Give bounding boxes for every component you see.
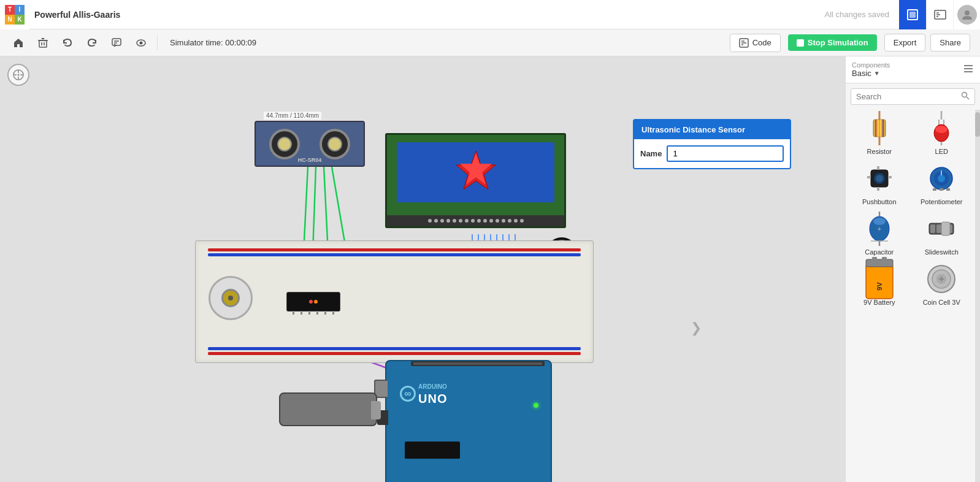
sensor-panel-body: Name bbox=[634, 139, 790, 168]
sensor-dimensions: 44.7mm / 110.4mm bbox=[264, 112, 321, 120]
ic-chip bbox=[286, 292, 340, 312]
arduino-ic bbox=[405, 442, 460, 459]
component-potentiometer[interactable]: Potentiometer bbox=[914, 163, 969, 205]
arduino-board[interactable]: ∞ ARDUINO UNO bbox=[385, 360, 552, 482]
arduino-led bbox=[534, 403, 538, 408]
potentiometer-label: Potentiometer bbox=[921, 198, 962, 205]
components-row-2: Pushbutton bbox=[848, 163, 973, 205]
svg-point-16 bbox=[140, 41, 143, 44]
usb-cable bbox=[279, 392, 377, 426]
undo-btn[interactable] bbox=[56, 33, 78, 53]
svg-rect-75 bbox=[933, 188, 936, 191]
component-pushbutton[interactable]: Pushbutton bbox=[852, 163, 907, 205]
sensor-name-label: Name bbox=[640, 149, 662, 158]
user-avatar[interactable] bbox=[953, 0, 980, 29]
svg-rect-70 bbox=[877, 187, 879, 191]
svg-rect-92 bbox=[872, 257, 877, 261]
code-mode-btn[interactable] bbox=[926, 0, 953, 29]
components-row-4: 9V 9V Battery bbox=[848, 263, 973, 306]
sensor-name-input[interactable] bbox=[667, 145, 784, 162]
arduino-logo-icon: ∞ bbox=[400, 386, 416, 402]
component-capacitor[interactable]: + Capacitor bbox=[852, 213, 907, 256]
component-9v-battery[interactable]: 9V 9V Battery bbox=[852, 263, 907, 306]
project-title: Powerful Allis-Gaaris bbox=[34, 10, 120, 20]
svg-point-79 bbox=[873, 218, 886, 225]
svg-rect-7 bbox=[39, 40, 47, 47]
list-view-icon[interactable] bbox=[963, 63, 974, 77]
svg-point-62 bbox=[935, 126, 947, 133]
potentiometer-icon bbox=[925, 163, 957, 194]
view-btn[interactable] bbox=[130, 33, 152, 53]
breadboard[interactable] bbox=[195, 240, 594, 363]
svg-rect-12 bbox=[112, 39, 121, 45]
search-icon[interactable] bbox=[961, 91, 970, 102]
home-btn[interactable] bbox=[7, 33, 29, 53]
top-nav: T I N K Powerful Allis-Gaaris All change… bbox=[0, 0, 980, 29]
logo[interactable]: T I N K bbox=[0, 0, 29, 29]
svg-point-73 bbox=[938, 175, 945, 182]
resistor-icon bbox=[863, 112, 895, 144]
logo-i: I bbox=[15, 5, 25, 15]
export-btn[interactable]: Export bbox=[884, 34, 926, 52]
panel-collapse-btn[interactable]: ❯ bbox=[691, 320, 702, 336]
logo-n: N bbox=[5, 15, 15, 25]
svg-rect-67 bbox=[867, 176, 871, 178]
share-btn[interactable]: Share bbox=[930, 34, 970, 52]
category-dropdown-icon[interactable]: ▼ bbox=[874, 70, 880, 77]
lcd-display[interactable] bbox=[385, 133, 566, 228]
slideswitch-label: Slideswitch bbox=[925, 248, 959, 256]
svg-rect-68 bbox=[888, 176, 892, 178]
search-input[interactable] bbox=[856, 92, 961, 101]
main-area: HC-SR04 44.7mm / 110.4mm bbox=[0, 56, 980, 482]
svg-point-22 bbox=[18, 74, 20, 76]
svg-rect-89 bbox=[941, 222, 950, 235]
arduino-brand: ARDUINO bbox=[418, 383, 447, 390]
svg-rect-1 bbox=[909, 12, 916, 18]
svg-line-27 bbox=[304, 167, 308, 253]
svg-line-28 bbox=[313, 167, 316, 253]
category-label[interactable]: Basic bbox=[852, 69, 871, 78]
components-row-3: + Capacitor bbox=[848, 213, 973, 256]
svg-line-29 bbox=[324, 167, 328, 253]
9v-battery-icon: 9V bbox=[863, 263, 895, 295]
logo-k: K bbox=[15, 15, 25, 25]
component-led[interactable]: LED bbox=[914, 112, 969, 155]
compass[interactable] bbox=[7, 64, 29, 86]
scroll-thumb[interactable] bbox=[975, 112, 980, 137]
led-label: LED bbox=[935, 148, 948, 155]
svg-rect-69 bbox=[877, 166, 879, 170]
lcd-star-graphic bbox=[451, 148, 500, 197]
stop-simulation-btn[interactable]: Stop Simulation bbox=[788, 34, 877, 51]
toolbar: Simulator time: 00:00:09 Code Stop Simul… bbox=[0, 29, 980, 56]
slideswitch-icon bbox=[925, 213, 957, 245]
capacitor-icon: + bbox=[863, 213, 895, 245]
arduino-model: UNO bbox=[418, 392, 447, 406]
pushbutton-icon bbox=[863, 163, 895, 194]
component-resistor[interactable]: Resistor bbox=[852, 112, 907, 155]
code-btn[interactable]: Code bbox=[730, 34, 781, 52]
component-slideswitch[interactable]: Slideswitch bbox=[914, 213, 969, 256]
avatar-circle bbox=[957, 5, 977, 25]
hcsr04-sensor[interactable]: HC-SR04 bbox=[255, 121, 365, 167]
svg-line-50 bbox=[967, 97, 969, 99]
component-coin-cell[interactable]: Coin Cell 3V bbox=[914, 263, 969, 306]
redo-btn[interactable] bbox=[81, 33, 103, 53]
delete-btn[interactable] bbox=[32, 33, 54, 53]
canvas-area[interactable]: HC-SR04 44.7mm / 110.4mm bbox=[0, 56, 845, 482]
sensor-chip-label: HC-SR04 bbox=[298, 157, 322, 163]
svg-rect-90 bbox=[866, 264, 893, 299]
9v-battery-label: 9V Battery bbox=[863, 299, 895, 306]
svg-point-49 bbox=[962, 93, 967, 98]
stop-icon bbox=[797, 39, 804, 47]
right-panel-scrollbar[interactable] bbox=[975, 110, 980, 482]
svg-text:9V: 9V bbox=[876, 282, 883, 291]
components-header-label: Components bbox=[852, 61, 958, 69]
coin-cell-icon bbox=[925, 263, 957, 295]
right-panel: Components Basic ▼ bbox=[845, 56, 980, 482]
toolbar-separator bbox=[157, 36, 158, 50]
motor[interactable] bbox=[209, 276, 253, 320]
svg-rect-77 bbox=[946, 188, 950, 191]
design-mode-btn[interactable] bbox=[899, 0, 926, 29]
comment-btn[interactable] bbox=[105, 33, 128, 53]
led-icon bbox=[925, 112, 957, 144]
